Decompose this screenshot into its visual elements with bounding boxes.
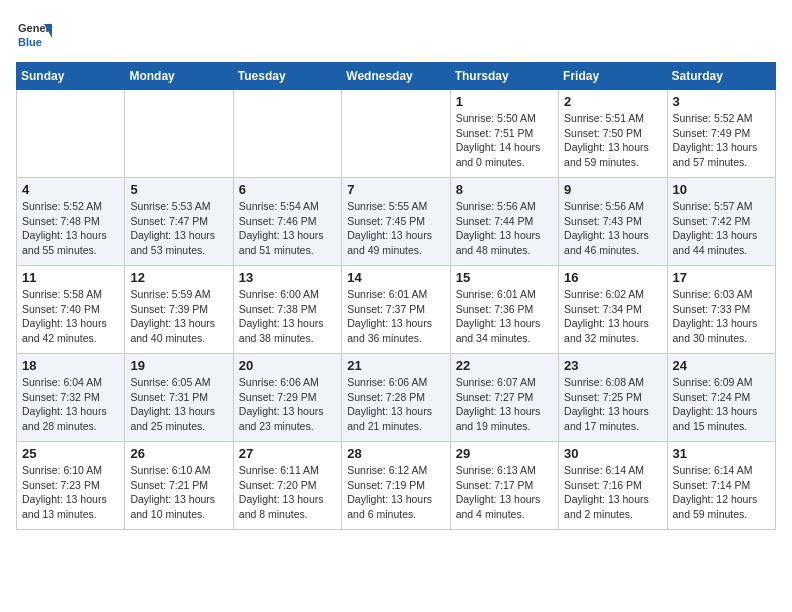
sunset-text: Sunset: 7:32 PM xyxy=(22,390,119,405)
day-cell-2: 2Sunrise: 5:51 AMSunset: 7:50 PMDaylight… xyxy=(559,90,667,178)
day-number: 6 xyxy=(239,182,336,197)
day-number: 7 xyxy=(347,182,444,197)
day-cell-9: 9Sunrise: 5:56 AMSunset: 7:43 PMDaylight… xyxy=(559,178,667,266)
week-row-5: 25Sunrise: 6:10 AMSunset: 7:23 PMDayligh… xyxy=(17,442,776,530)
sunset-text: Sunset: 7:14 PM xyxy=(673,478,770,493)
day-number: 28 xyxy=(347,446,444,461)
daylight-text: Daylight: 13 hours and 38 minutes. xyxy=(239,316,336,345)
day-cell-16: 16Sunrise: 6:02 AMSunset: 7:34 PMDayligh… xyxy=(559,266,667,354)
day-info: Sunrise: 5:53 AMSunset: 7:47 PMDaylight:… xyxy=(130,199,227,258)
week-row-4: 18Sunrise: 6:04 AMSunset: 7:32 PMDayligh… xyxy=(17,354,776,442)
sunset-text: Sunset: 7:17 PM xyxy=(456,478,553,493)
daylight-text: Daylight: 13 hours and 10 minutes. xyxy=(130,492,227,521)
day-number: 25 xyxy=(22,446,119,461)
weekday-header-row: SundayMondayTuesdayWednesdayThursdayFrid… xyxy=(17,63,776,90)
day-cell-30: 30Sunrise: 6:14 AMSunset: 7:16 PMDayligh… xyxy=(559,442,667,530)
sunset-text: Sunset: 7:48 PM xyxy=(22,214,119,229)
sunrise-text: Sunrise: 5:55 AM xyxy=(347,199,444,214)
daylight-text: Daylight: 13 hours and 46 minutes. xyxy=(564,228,661,257)
day-info: Sunrise: 5:59 AMSunset: 7:39 PMDaylight:… xyxy=(130,287,227,346)
sunrise-text: Sunrise: 5:53 AM xyxy=(130,199,227,214)
day-info: Sunrise: 6:00 AMSunset: 7:38 PMDaylight:… xyxy=(239,287,336,346)
daylight-text: Daylight: 13 hours and 30 minutes. xyxy=(673,316,770,345)
sunrise-text: Sunrise: 6:05 AM xyxy=(130,375,227,390)
day-cell-20: 20Sunrise: 6:06 AMSunset: 7:29 PMDayligh… xyxy=(233,354,341,442)
day-cell-31: 31Sunrise: 6:14 AMSunset: 7:14 PMDayligh… xyxy=(667,442,775,530)
day-number: 27 xyxy=(239,446,336,461)
sunrise-text: Sunrise: 5:54 AM xyxy=(239,199,336,214)
day-info: Sunrise: 6:14 AMSunset: 7:16 PMDaylight:… xyxy=(564,463,661,522)
sunset-text: Sunset: 7:25 PM xyxy=(564,390,661,405)
daylight-text: Daylight: 13 hours and 44 minutes. xyxy=(673,228,770,257)
day-cell-29: 29Sunrise: 6:13 AMSunset: 7:17 PMDayligh… xyxy=(450,442,558,530)
sunrise-text: Sunrise: 6:01 AM xyxy=(456,287,553,302)
sunrise-text: Sunrise: 6:10 AM xyxy=(22,463,119,478)
day-cell-3: 3Sunrise: 5:52 AMSunset: 7:49 PMDaylight… xyxy=(667,90,775,178)
day-number: 20 xyxy=(239,358,336,373)
sunrise-text: Sunrise: 6:14 AM xyxy=(673,463,770,478)
sunset-text: Sunset: 7:20 PM xyxy=(239,478,336,493)
sunrise-text: Sunrise: 6:11 AM xyxy=(239,463,336,478)
sunset-text: Sunset: 7:50 PM xyxy=(564,126,661,141)
sunset-text: Sunset: 7:33 PM xyxy=(673,302,770,317)
day-cell-1: 1Sunrise: 5:50 AMSunset: 7:51 PMDaylight… xyxy=(450,90,558,178)
weekday-header-wednesday: Wednesday xyxy=(342,63,450,90)
logo-icon: General Blue xyxy=(16,16,52,52)
sunrise-text: Sunrise: 6:09 AM xyxy=(673,375,770,390)
daylight-text: Daylight: 13 hours and 8 minutes. xyxy=(239,492,336,521)
daylight-text: Daylight: 13 hours and 57 minutes. xyxy=(673,140,770,169)
day-number: 5 xyxy=(130,182,227,197)
day-info: Sunrise: 6:08 AMSunset: 7:25 PMDaylight:… xyxy=(564,375,661,434)
sunrise-text: Sunrise: 6:13 AM xyxy=(456,463,553,478)
sunrise-text: Sunrise: 6:12 AM xyxy=(347,463,444,478)
sunrise-text: Sunrise: 6:07 AM xyxy=(456,375,553,390)
sunset-text: Sunset: 7:27 PM xyxy=(456,390,553,405)
sunrise-text: Sunrise: 6:08 AM xyxy=(564,375,661,390)
sunset-text: Sunset: 7:16 PM xyxy=(564,478,661,493)
day-number: 4 xyxy=(22,182,119,197)
sunset-text: Sunset: 7:39 PM xyxy=(130,302,227,317)
day-info: Sunrise: 5:50 AMSunset: 7:51 PMDaylight:… xyxy=(456,111,553,170)
day-cell-7: 7Sunrise: 5:55 AMSunset: 7:45 PMDaylight… xyxy=(342,178,450,266)
day-info: Sunrise: 6:03 AMSunset: 7:33 PMDaylight:… xyxy=(673,287,770,346)
day-cell-24: 24Sunrise: 6:09 AMSunset: 7:24 PMDayligh… xyxy=(667,354,775,442)
sunset-text: Sunset: 7:45 PM xyxy=(347,214,444,229)
day-info: Sunrise: 6:06 AMSunset: 7:28 PMDaylight:… xyxy=(347,375,444,434)
day-info: Sunrise: 6:10 AMSunset: 7:21 PMDaylight:… xyxy=(130,463,227,522)
day-info: Sunrise: 6:04 AMSunset: 7:32 PMDaylight:… xyxy=(22,375,119,434)
sunset-text: Sunset: 7:28 PM xyxy=(347,390,444,405)
sunrise-text: Sunrise: 6:06 AM xyxy=(347,375,444,390)
day-number: 1 xyxy=(456,94,553,109)
day-info: Sunrise: 6:10 AMSunset: 7:23 PMDaylight:… xyxy=(22,463,119,522)
svg-text:Blue: Blue xyxy=(18,36,42,48)
day-cell-18: 18Sunrise: 6:04 AMSunset: 7:32 PMDayligh… xyxy=(17,354,125,442)
day-number: 12 xyxy=(130,270,227,285)
sunset-text: Sunset: 7:36 PM xyxy=(456,302,553,317)
day-info: Sunrise: 6:09 AMSunset: 7:24 PMDaylight:… xyxy=(673,375,770,434)
day-cell-6: 6Sunrise: 5:54 AMSunset: 7:46 PMDaylight… xyxy=(233,178,341,266)
day-cell-5: 5Sunrise: 5:53 AMSunset: 7:47 PMDaylight… xyxy=(125,178,233,266)
day-info: Sunrise: 5:55 AMSunset: 7:45 PMDaylight:… xyxy=(347,199,444,258)
sunrise-text: Sunrise: 5:51 AM xyxy=(564,111,661,126)
day-number: 15 xyxy=(456,270,553,285)
sunset-text: Sunset: 7:23 PM xyxy=(22,478,119,493)
sunrise-text: Sunrise: 6:06 AM xyxy=(239,375,336,390)
day-number: 30 xyxy=(564,446,661,461)
daylight-text: Daylight: 13 hours and 21 minutes. xyxy=(347,404,444,433)
sunset-text: Sunset: 7:37 PM xyxy=(347,302,444,317)
day-info: Sunrise: 5:52 AMSunset: 7:48 PMDaylight:… xyxy=(22,199,119,258)
weekday-header-sunday: Sunday xyxy=(17,63,125,90)
day-info: Sunrise: 5:57 AMSunset: 7:42 PMDaylight:… xyxy=(673,199,770,258)
daylight-text: Daylight: 13 hours and 32 minutes. xyxy=(564,316,661,345)
day-cell-11: 11Sunrise: 5:58 AMSunset: 7:40 PMDayligh… xyxy=(17,266,125,354)
weekday-header-thursday: Thursday xyxy=(450,63,558,90)
empty-cell xyxy=(17,90,125,178)
day-number: 14 xyxy=(347,270,444,285)
sunrise-text: Sunrise: 6:14 AM xyxy=(564,463,661,478)
sunset-text: Sunset: 7:47 PM xyxy=(130,214,227,229)
sunrise-text: Sunrise: 6:03 AM xyxy=(673,287,770,302)
sunrise-text: Sunrise: 5:56 AM xyxy=(456,199,553,214)
weekday-header-saturday: Saturday xyxy=(667,63,775,90)
logo: General Blue xyxy=(16,16,52,52)
empty-cell xyxy=(125,90,233,178)
